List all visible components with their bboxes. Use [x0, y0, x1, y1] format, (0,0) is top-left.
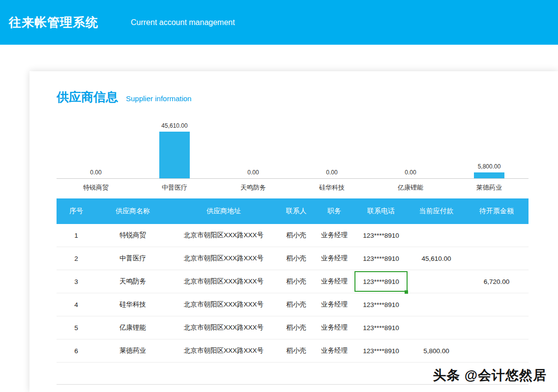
- app-title: 往来帐管理系统: [9, 14, 98, 30]
- app-subtitle: Current account management: [131, 18, 235, 27]
- cell-no[interactable]: 5: [57, 316, 96, 339]
- cell-payable[interactable]: [408, 270, 465, 293]
- chart-category-label: 特锐商贸: [57, 179, 135, 198]
- watermark: 头条 @会计悠然居: [433, 366, 547, 384]
- cell-no[interactable]: 6: [57, 339, 96, 362]
- cell-name[interactable]: 亿康锂能: [96, 316, 170, 339]
- cell-title[interactable]: 业务经理: [315, 270, 354, 293]
- cell-no[interactable]: 3: [57, 270, 96, 293]
- cell-invoice[interactable]: [465, 339, 529, 362]
- bar-value-label: 0.00: [405, 169, 416, 176]
- cell-invoice[interactable]: [465, 316, 529, 339]
- selected-cell[interactable]: 123****8910: [354, 270, 408, 293]
- cell-invoice[interactable]: [465, 293, 529, 316]
- column-header: 待开票金额: [465, 198, 529, 224]
- column-header: 联系电话: [354, 198, 408, 224]
- column-header: 当前应付款: [408, 198, 465, 224]
- cell-invoice[interactable]: [465, 247, 529, 270]
- cell-contact[interactable]: 稻小壳: [278, 247, 315, 270]
- cell-name[interactable]: 硅华科技: [96, 293, 170, 316]
- bar-value-label: 0.00: [90, 169, 101, 176]
- table-row: 6莱德药业北京市朝阳区XXX路XXX号稻小壳业务经理123****89105,8…: [57, 339, 529, 363]
- cell-title[interactable]: 业务经理: [315, 316, 354, 339]
- cell-name[interactable]: 中普医疗: [96, 247, 170, 270]
- cell-contact[interactable]: 稻小壳: [278, 316, 315, 339]
- cell-no[interactable]: 4: [57, 293, 96, 316]
- table-body: 1特锐商贸北京市朝阳区XXX路XXX号稻小壳业务经理123****89102中普…: [57, 224, 529, 363]
- chart-column: 0.00: [293, 169, 371, 178]
- cell-phone[interactable]: 123****8910: [354, 247, 408, 270]
- cell-name[interactable]: 特锐商贸: [96, 224, 170, 247]
- cell-address[interactable]: 北京市朝阳区XXX路XXX号: [170, 339, 278, 362]
- cell-title[interactable]: 业务经理: [315, 293, 354, 316]
- cell-contact[interactable]: 稻小壳: [278, 270, 315, 293]
- cell-address[interactable]: 北京市朝阳区XXX路XXX号: [170, 224, 278, 247]
- chart-category-label: 硅华科技: [293, 179, 371, 198]
- table-row: 3天鸣防务北京市朝阳区XXX路XXX号稻小壳业务经理123****89106,7…: [57, 270, 529, 293]
- bar-value-label: 5,800.00: [478, 163, 501, 170]
- cell-phone[interactable]: 123****8910: [354, 224, 408, 247]
- column-header: 职务: [315, 198, 354, 224]
- cell-name[interactable]: 天鸣防务: [96, 270, 170, 293]
- column-header: 供应商地址: [170, 198, 278, 224]
- cell-payable[interactable]: 45,610.00: [408, 247, 465, 270]
- chart-bars-area: 0.0045,610.000.000.000.005,800.00: [57, 121, 529, 179]
- chart-column: 0.00: [371, 169, 450, 178]
- bar-value-label: 0.00: [326, 169, 337, 176]
- cell-payable[interactable]: [408, 316, 465, 339]
- chart-column: 0.00: [214, 169, 293, 178]
- cell-payable[interactable]: 5,800.00: [408, 339, 465, 362]
- bar-value-label: 0.00: [247, 169, 259, 176]
- cell-phone[interactable]: 123****8910: [354, 339, 408, 362]
- cell-payable[interactable]: [408, 224, 465, 247]
- column-header: 序号: [57, 198, 96, 224]
- column-header: 供应商名称: [96, 198, 170, 224]
- bar-value-label: 45,610.00: [161, 122, 187, 129]
- app-header: 往来帐管理系统 Current account management: [0, 0, 558, 45]
- cell-name[interactable]: 莱德药业: [96, 339, 170, 362]
- bottom-divider: [57, 384, 529, 385]
- cell-contact[interactable]: 稻小壳: [278, 339, 315, 362]
- cell-no[interactable]: 1: [57, 224, 96, 247]
- cell-address[interactable]: 北京市朝阳区XXX路XXX号: [170, 270, 278, 293]
- chart-category-axis: 特锐商贸中普医疗天鸣防务硅华科技亿康锂能莱德药业: [57, 179, 529, 198]
- cell-payable[interactable]: [408, 293, 465, 316]
- supplier-bar-chart: 0.0045,610.000.000.000.005,800.00 特锐商贸中普…: [57, 121, 529, 198]
- cell-address[interactable]: 北京市朝阳区XXX路XXX号: [170, 293, 278, 316]
- cell-phone[interactable]: 123****8910: [354, 316, 408, 339]
- chart-category-label: 莱德药业: [450, 179, 529, 198]
- chart-category-label: 天鸣防务: [214, 179, 293, 198]
- cell-phone[interactable]: 123****8910: [354, 293, 408, 316]
- chart-column: 0.00: [57, 169, 135, 178]
- content-card: 供应商信息 Supplier information 0.0045,610.00…: [29, 71, 558, 392]
- cell-invoice[interactable]: 6,720.00: [465, 270, 529, 293]
- cell-title[interactable]: 业务经理: [315, 224, 354, 247]
- cell-contact[interactable]: 稻小壳: [278, 293, 315, 316]
- chart-column: 45,610.00: [135, 122, 214, 178]
- chart-bar: [159, 132, 190, 178]
- section-title: 供应商信息 Supplier information: [57, 89, 529, 105]
- cell-title[interactable]: 业务经理: [315, 247, 354, 270]
- supplier-table: 序号供应商名称供应商地址联系人职务联系电话当前应付款待开票金额 1特锐商贸北京市…: [57, 198, 529, 363]
- section-title-zh: 供应商信息: [57, 89, 118, 105]
- chart-column: 5,800.00: [450, 163, 529, 178]
- column-header: 联系人: [278, 198, 315, 224]
- cell-invoice[interactable]: [465, 224, 529, 247]
- table-row: 2中普医疗北京市朝阳区XXX路XXX号稻小壳业务经理123****891045,…: [57, 247, 529, 270]
- table-row: 1特锐商贸北京市朝阳区XXX路XXX号稻小壳业务经理123****8910: [57, 224, 529, 247]
- chart-category-label: 中普医疗: [135, 179, 214, 198]
- cell-no[interactable]: 2: [57, 247, 96, 270]
- cell-address[interactable]: 北京市朝阳区XXX路XXX号: [170, 316, 278, 339]
- table-row: 4硅华科技北京市朝阳区XXX路XXX号稻小壳业务经理123****8910: [57, 293, 529, 316]
- cell-title[interactable]: 业务经理: [315, 339, 354, 362]
- table-row: 5亿康锂能北京市朝阳区XXX路XXX号稻小壳业务经理123****8910: [57, 316, 529, 339]
- chart-bar: [474, 172, 504, 178]
- cell-contact[interactable]: 稻小壳: [278, 224, 315, 247]
- cell-address[interactable]: 北京市朝阳区XXX路XXX号: [170, 247, 278, 270]
- chart-category-label: 亿康锂能: [371, 179, 450, 198]
- table-header-row: 序号供应商名称供应商地址联系人职务联系电话当前应付款待开票金额: [57, 198, 529, 224]
- section-title-en: Supplier information: [126, 94, 191, 103]
